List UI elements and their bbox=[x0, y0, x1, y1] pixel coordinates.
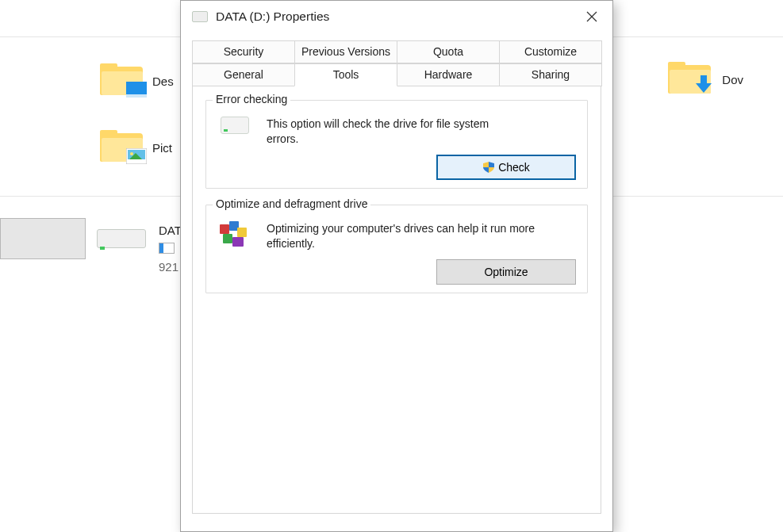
tab-body: Error checking This option will check th… bbox=[192, 86, 601, 514]
drive-icon bbox=[217, 117, 252, 134]
close-icon bbox=[586, 11, 597, 22]
dialog-title: DATA (D:) Properties bbox=[216, 10, 329, 24]
shield-icon bbox=[482, 161, 495, 174]
svg-marker-6 bbox=[696, 75, 712, 93]
folder-icon bbox=[668, 62, 712, 97]
optimize-button[interactable]: Optimize bbox=[436, 259, 576, 285]
tab-security[interactable]: Security bbox=[192, 40, 295, 63]
drive-name: DAT bbox=[159, 224, 182, 237]
optimize-button-label: Optimize bbox=[484, 266, 528, 278]
folder-label: Dov bbox=[722, 73, 743, 86]
drive-usage-bar bbox=[159, 243, 175, 254]
folder-label: Pict bbox=[152, 141, 172, 155]
drive-icon bbox=[97, 221, 152, 253]
group-error-checking: Error checking This option will check th… bbox=[205, 100, 588, 189]
svg-point-4 bbox=[130, 152, 133, 155]
group-optimize: Optimize and defragment drive Optimizing… bbox=[205, 205, 588, 293]
folder-label: Des bbox=[152, 75, 174, 88]
tab-hardware[interactable]: Hardware bbox=[397, 63, 500, 86]
folder-icon bbox=[100, 63, 144, 98]
folder-pictures[interactable]: Pict bbox=[100, 130, 172, 165]
check-button[interactable]: Check bbox=[436, 155, 576, 180]
titlebar[interactable]: DATA (D:) Properties bbox=[181, 1, 612, 33]
folder-downloads[interactable]: Dov bbox=[668, 62, 743, 97]
tab-previous-versions[interactable]: Previous Versions bbox=[294, 40, 397, 63]
drive-subtext: 921 bbox=[159, 260, 178, 274]
properties-dialog: DATA (D:) Properties Security Previous V… bbox=[180, 0, 613, 532]
tab-quota[interactable]: Quota bbox=[397, 40, 500, 63]
optimize-desc: Optimizing your computer's drives can he… bbox=[267, 221, 536, 251]
tab-customize[interactable]: Customize bbox=[499, 40, 602, 63]
folder-icon bbox=[100, 130, 144, 165]
close-button[interactable] bbox=[574, 4, 609, 29]
tab-tools[interactable]: Tools bbox=[294, 63, 397, 86]
error-check-desc: This option will check the drive for fil… bbox=[267, 117, 505, 147]
check-button-label: Check bbox=[498, 161, 530, 174]
defrag-icon bbox=[217, 221, 252, 251]
group-title: Optimize and defragment drive bbox=[213, 197, 370, 210]
folder-desktop[interactable]: Des bbox=[100, 63, 174, 98]
tab-row-2: General Tools Hardware Sharing bbox=[192, 63, 601, 86]
svg-rect-1 bbox=[126, 94, 147, 98]
group-title: Error checking bbox=[213, 93, 290, 105]
tab-general[interactable]: General bbox=[192, 63, 295, 86]
drive-icon bbox=[192, 11, 208, 22]
tab-area: Security Previous Versions Quota Customi… bbox=[192, 40, 601, 514]
sidebar-selection[interactable] bbox=[0, 218, 86, 259]
tab-row-1: Security Previous Versions Quota Customi… bbox=[192, 40, 601, 63]
tab-sharing[interactable]: Sharing bbox=[499, 63, 602, 86]
